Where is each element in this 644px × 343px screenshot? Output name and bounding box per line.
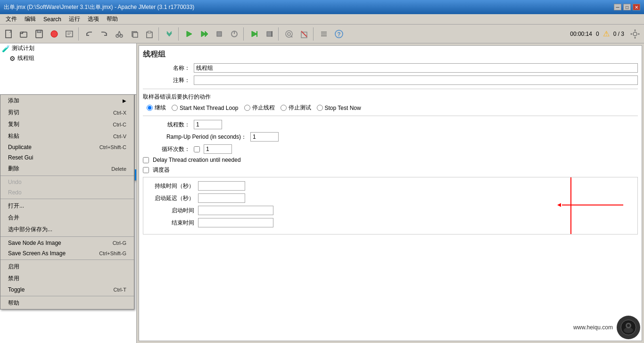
radio-stop-thread-label: 停止线程 (252, 104, 275, 112)
cm-cut-shortcut: Ctrl-X (113, 110, 126, 116)
toolbar-paste[interactable] (142, 27, 157, 41)
cm-help[interactable]: 帮助 (0, 297, 134, 309)
toolbar-cut[interactable] (112, 27, 126, 41)
toolbar-expand[interactable] (162, 27, 176, 41)
start-delay-input[interactable] (198, 193, 245, 203)
toolbar-stop[interactable] (212, 27, 226, 41)
svg-rect-19 (217, 32, 222, 36)
name-label: 名称： (143, 64, 190, 72)
svg-rect-15 (148, 31, 151, 33)
toolbar-play[interactable] (182, 27, 196, 41)
menu-edit[interactable]: 编辑 (21, 14, 40, 24)
toolbar-help[interactable]: ? (332, 27, 346, 41)
thread-count-input[interactable] (194, 120, 222, 129)
toolbar-warning-count: 0 (596, 31, 599, 37)
radio-continue-input[interactable] (147, 105, 153, 111)
cm-toggle-label: Toggle (8, 286, 25, 293)
toolbar-analyze[interactable] (282, 27, 296, 41)
ramp-up-input[interactable] (250, 132, 279, 142)
cm-undo-label: Undo (8, 179, 22, 185)
radio-stop-thread[interactable]: 停止线程 (244, 104, 275, 112)
toolbar-right: 00:00:14 0 ⚠ 0 / 3 (570, 27, 642, 41)
cm-duplicate[interactable]: Duplicate Ctrl+Shift-C (0, 142, 134, 152)
cm-cut-label: 剪切 (8, 109, 19, 117)
tree-item-thread-group[interactable]: ⚙ 线程组 (8, 53, 136, 63)
cm-open[interactable]: 打开... (0, 200, 134, 212)
name-input[interactable] (194, 63, 638, 73)
watermark: www.heiqu.com (573, 316, 640, 339)
radio-stop-now-label: Stop Test Now (325, 105, 361, 111)
delay-checkbox[interactable] (143, 157, 149, 163)
svg-rect-24 (267, 32, 272, 36)
cm-reset-gui[interactable]: Reset Gui (0, 152, 134, 163)
menu-search[interactable]: Search (40, 15, 65, 24)
on-error-label: 取样器错误后要执行的动作 (143, 93, 228, 101)
toolbar-redo[interactable] (97, 27, 111, 41)
forever-checkbox[interactable] (194, 146, 200, 152)
svg-point-39 (631, 33, 632, 34)
form-row-loop-count: 循环次数： (143, 144, 638, 154)
cm-enable[interactable]: 启用 (0, 261, 134, 273)
toolbar-copy[interactable] (127, 27, 141, 41)
tree-item-test-plan[interactable]: 🧪 测试计划 (0, 43, 136, 53)
duration-input[interactable] (198, 181, 245, 191)
cm-toggle[interactable]: Toggle Ctrl-T (0, 284, 134, 295)
toolbar-play-nopauses[interactable] (197, 27, 211, 41)
form-row-scheduler: 调度器 (143, 166, 638, 174)
radio-stop-now-input[interactable] (317, 105, 323, 111)
cm-delete-shortcut: Delete (111, 166, 126, 172)
cm-paste-shortcut: Ctrl-V (113, 134, 126, 139)
toolbar-new[interactable] (2, 27, 16, 41)
cm-add[interactable]: 添加 ▶ (0, 95, 134, 107)
maximize-button[interactable]: □ (623, 4, 631, 10)
scheduler-checkbox[interactable] (143, 167, 149, 173)
toolbar-list[interactable] (317, 27, 331, 41)
radio-stop-thread-input[interactable] (244, 105, 250, 111)
menu-file[interactable]: 文件 (2, 14, 21, 24)
toolbar-templates[interactable] (62, 27, 76, 41)
content-title: 线程组 (143, 50, 638, 59)
watermark-text: www.heiqu.com (573, 324, 613, 331)
toolbar-settings[interactable] (628, 27, 642, 41)
menu-help[interactable]: 帮助 (103, 14, 122, 24)
toolbar-stop-record[interactable] (47, 27, 61, 41)
cm-merge[interactable]: 合并 (0, 212, 134, 224)
cm-save-screen-image[interactable]: Save Screen As Image Ctrl+Shift-G (0, 248, 134, 259)
cm-disable[interactable]: 禁用 (0, 273, 134, 284)
cm-copy[interactable]: 复制 Ctrl-C (0, 118, 134, 130)
radio-continue[interactable]: 继续 (147, 104, 166, 112)
radio-stop-now[interactable]: Stop Test Now (317, 105, 361, 111)
radio-stop-test-input[interactable] (281, 105, 287, 111)
toolbar-clear[interactable] (297, 27, 311, 41)
cm-enable-label: 启用 (8, 263, 19, 271)
cm-delete[interactable]: 删除 Delete (0, 163, 134, 175)
cm-redo-label: Redo (8, 189, 22, 196)
toolbar-shutdown[interactable] (227, 27, 241, 41)
svg-line-28 (291, 36, 292, 37)
toolbar-undo[interactable] (82, 27, 96, 41)
close-button[interactable]: ✕ (633, 4, 640, 10)
minimize-button[interactable]: ─ (614, 4, 621, 10)
toolbar-save[interactable] (32, 27, 46, 41)
cm-save-node-image[interactable]: Save Node As Image Ctrl-G (0, 238, 134, 248)
toolbar-remote-stop[interactable] (262, 27, 276, 41)
toolbar-open[interactable] (17, 27, 31, 41)
start-time-input[interactable] (198, 206, 273, 215)
menu-options[interactable]: 选项 (84, 14, 103, 24)
radio-start-next-loop-input[interactable] (172, 105, 178, 111)
end-time-input[interactable] (198, 218, 273, 227)
cm-paste[interactable]: 粘贴 Ctrl-V (0, 130, 134, 142)
menu-bar: 文件 编辑 Search 运行 选项 帮助 (0, 14, 644, 25)
svg-point-40 (638, 33, 640, 34)
red-arrow-container (557, 201, 628, 211)
cm-cut[interactable]: 剪切 Ctrl-X (0, 107, 134, 118)
toolbar-remote-start[interactable] (247, 27, 261, 41)
loop-count-input[interactable] (204, 144, 232, 154)
cm-save-screen-image-label: Save Screen As Image (8, 250, 66, 257)
menu-run[interactable]: 运行 (65, 14, 84, 24)
comment-input[interactable] (194, 75, 638, 85)
radio-start-next-loop[interactable]: Start Next Thread Loop (172, 105, 239, 111)
toolbar-sep1 (78, 27, 80, 41)
radio-stop-test[interactable]: 停止测试 (281, 104, 311, 112)
cm-save-selection[interactable]: 选中部分保存为... (0, 224, 134, 235)
